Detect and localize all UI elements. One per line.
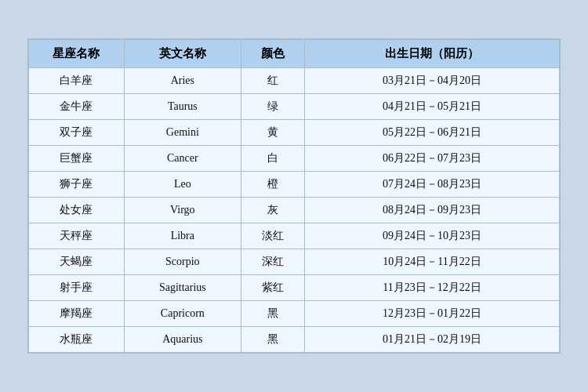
cell-chinese: 处女座 [29,198,125,223]
cell-color: 绿 [241,94,304,120]
cell-chinese: 金牛座 [29,94,125,120]
cell-dates: 07月24日－08月23日 [305,172,560,198]
cell-dates: 10月24日－11月22日 [305,249,560,275]
zodiac-table: 星座名称 英文名称 颜色 出生日期（阳历） 白羊座Aries红03月21日－04… [28,39,560,353]
cell-chinese: 摩羯座 [29,301,125,327]
table-row: 处女座Virgo灰08月24日－09月23日 [29,198,560,223]
cell-english: Libra [124,223,241,249]
header-color: 颜色 [241,40,304,68]
cell-english: Taurus [124,94,241,120]
cell-chinese: 水瓶座 [29,327,125,353]
zodiac-table-container: 星座名称 英文名称 颜色 出生日期（阳历） 白羊座Aries红03月21日－04… [27,38,561,354]
cell-english: Aries [124,68,241,94]
cell-english: Virgo [124,198,241,223]
table-body: 白羊座Aries红03月21日－04月20日金牛座Taurus绿04月21日－0… [29,68,560,353]
cell-dates: 11月23日－12月22日 [305,275,560,301]
cell-chinese: 双子座 [29,120,125,146]
cell-chinese: 天秤座 [29,223,125,249]
cell-color: 灰 [241,198,304,223]
cell-chinese: 天蝎座 [29,249,125,275]
cell-english: Aquarius [124,327,241,353]
table-row: 水瓶座Aquarius黑01月21日－02月19日 [29,327,560,353]
cell-english: Capricorn [124,301,241,327]
cell-dates: 12月23日－01月22日 [305,301,560,327]
cell-english: Scorpio [124,249,241,275]
table-header-row: 星座名称 英文名称 颜色 出生日期（阳历） [29,40,560,68]
cell-color: 深红 [241,249,304,275]
cell-english: Gemini [124,120,241,146]
table-row: 天秤座Libra淡红09月24日－10月23日 [29,223,560,249]
cell-dates: 09月24日－10月23日 [305,223,560,249]
cell-dates: 01月21日－02月19日 [305,327,560,353]
cell-color: 黄 [241,120,304,146]
table-row: 金牛座Taurus绿04月21日－05月21日 [29,94,560,120]
cell-chinese: 巨蟹座 [29,146,125,172]
table-row: 白羊座Aries红03月21日－04月20日 [29,68,560,94]
table-row: 天蝎座Scorpio深红10月24日－11月22日 [29,249,560,275]
cell-english: Sagittarius [124,275,241,301]
table-row: 射手座Sagittarius紫红11月23日－12月22日 [29,275,560,301]
cell-chinese: 射手座 [29,275,125,301]
cell-english: Cancer [124,146,241,172]
table-row: 巨蟹座Cancer白06月22日－07月23日 [29,146,560,172]
cell-color: 白 [241,146,304,172]
cell-dates: 03月21日－04月20日 [305,68,560,94]
table-row: 狮子座Leo橙07月24日－08月23日 [29,172,560,198]
cell-color: 紫红 [241,275,304,301]
cell-dates: 04月21日－05月21日 [305,94,560,120]
cell-dates: 05月22日－06月21日 [305,120,560,146]
header-date: 出生日期（阳历） [305,40,560,68]
cell-chinese: 白羊座 [29,68,125,94]
cell-english: Leo [124,172,241,198]
cell-color: 黑 [241,327,304,353]
header-english: 英文名称 [124,40,241,68]
cell-color: 淡红 [241,223,304,249]
table-row: 摩羯座Capricorn黑12月23日－01月22日 [29,301,560,327]
table-row: 双子座Gemini黄05月22日－06月21日 [29,120,560,146]
cell-color: 橙 [241,172,304,198]
cell-dates: 08月24日－09月23日 [305,198,560,223]
cell-chinese: 狮子座 [29,172,125,198]
cell-color: 红 [241,68,304,94]
cell-color: 黑 [241,301,304,327]
header-chinese: 星座名称 [29,40,125,68]
cell-dates: 06月22日－07月23日 [305,146,560,172]
